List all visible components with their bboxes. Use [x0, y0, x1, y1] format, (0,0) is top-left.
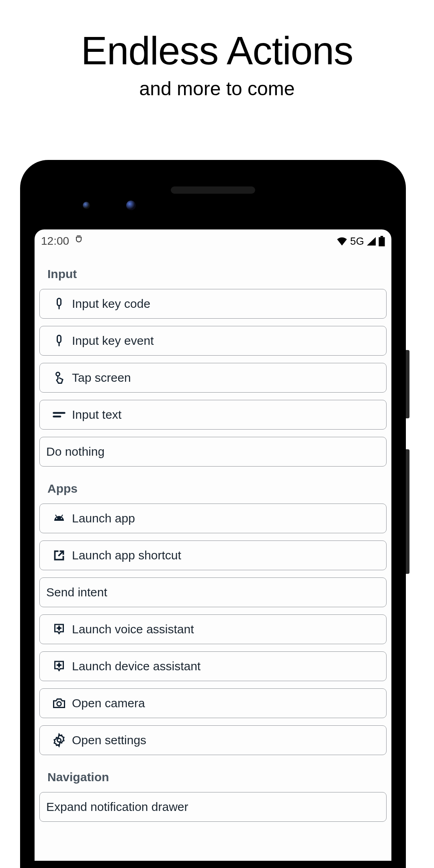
assistant-icon: [46, 659, 72, 674]
svg-rect-4: [57, 336, 61, 343]
phone-screen: 12:00 5G: [35, 229, 391, 861]
svg-line-12: [61, 515, 63, 517]
power-button: [406, 449, 409, 574]
open-in-new-icon: [46, 548, 72, 563]
wifi-icon: [336, 237, 348, 246]
touch-icon: [46, 371, 72, 385]
status-bar: 12:00 5G: [35, 229, 391, 251]
svg-line-11: [55, 515, 57, 517]
status-time: 12:00: [41, 235, 69, 248]
volume-button: [406, 350, 409, 418]
action-send-intent[interactable]: Send intent: [39, 577, 387, 607]
phone-speaker: [171, 186, 255, 194]
notification-icon: [75, 235, 83, 247]
action-label: Input text: [72, 408, 121, 422]
action-label: Open camera: [72, 696, 145, 710]
action-label: Launch device assistant: [72, 659, 201, 673]
settings-icon: [46, 733, 72, 747]
android-icon: [46, 511, 72, 526]
action-label: Tap screen: [72, 371, 131, 385]
action-input-text[interactable]: Input text: [39, 400, 387, 430]
page-title: Endless Actions: [0, 28, 434, 74]
svg-rect-0: [379, 237, 385, 246]
section-header-apps: Apps: [37, 474, 389, 504]
assistant-icon: [46, 622, 72, 637]
key-icon: [46, 297, 72, 311]
signal-icon: [366, 237, 376, 246]
svg-point-9: [56, 518, 57, 519]
svg-point-10: [61, 518, 62, 519]
action-launch-app-shortcut[interactable]: Launch app shortcut: [39, 540, 387, 570]
action-input-key-event[interactable]: Input key event: [39, 326, 387, 356]
svg-point-6: [56, 373, 60, 376]
action-label: Expand notification drawer: [46, 800, 188, 814]
camera-icon: [46, 696, 72, 710]
action-label: Launch app shortcut: [72, 549, 181, 562]
svg-point-15: [57, 739, 61, 742]
action-label: Do nothing: [46, 445, 104, 459]
svg-rect-2: [57, 299, 61, 306]
svg-point-14: [57, 702, 61, 706]
action-open-settings[interactable]: Open settings: [39, 725, 387, 755]
battery-icon: [379, 236, 385, 246]
action-launch-voice-assistant[interactable]: Launch voice assistant: [39, 614, 387, 644]
section-header-navigation: Navigation: [37, 762, 389, 792]
page-subtitle: and more to come: [0, 78, 434, 100]
action-label: Input key event: [72, 334, 154, 348]
phone-frame: 12:00 5G: [20, 160, 406, 868]
action-do-nothing[interactable]: Do nothing: [39, 437, 387, 467]
action-expand-notification-drawer[interactable]: Expand notification drawer: [39, 792, 387, 822]
text-icon: [46, 407, 72, 422]
action-tap-screen[interactable]: Tap screen: [39, 363, 387, 393]
action-label: Launch app: [72, 512, 135, 525]
section-header-input: Input: [37, 259, 389, 289]
phone-camera-sensor: [83, 202, 90, 209]
action-label: Open settings: [72, 733, 146, 747]
network-label: 5G: [350, 235, 364, 248]
action-label: Launch voice assistant: [72, 622, 194, 636]
action-launch-app[interactable]: Launch app: [39, 504, 387, 533]
action-label: Send intent: [46, 585, 107, 599]
svg-rect-1: [381, 236, 383, 237]
action-launch-device-assistant[interactable]: Launch device assistant: [39, 651, 387, 681]
phone-front-camera: [126, 201, 136, 210]
action-open-camera[interactable]: Open camera: [39, 688, 387, 718]
action-label: Input key code: [72, 297, 150, 311]
content-scroll[interactable]: Input Input key code Input key event: [35, 251, 391, 822]
action-input-key-code[interactable]: Input key code: [39, 289, 387, 319]
key-icon: [46, 334, 72, 348]
